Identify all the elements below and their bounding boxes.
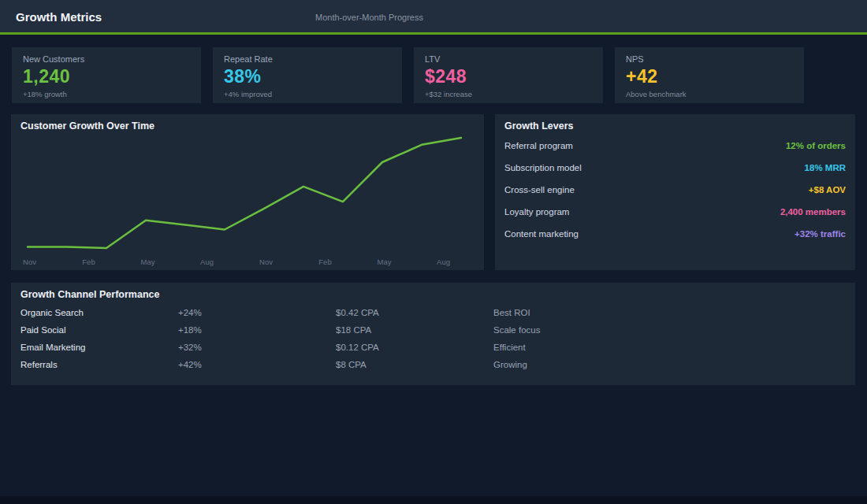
lever-label: Subscription model bbox=[504, 163, 582, 172]
line-chart bbox=[11, 114, 484, 270]
page-title: Growth Metrics bbox=[16, 0, 102, 35]
kpi-label: New Customers bbox=[23, 54, 190, 64]
kpi-label: Repeat Rate bbox=[224, 54, 391, 64]
kpi-card-ltv: LTV$248+$32 increase bbox=[414, 47, 603, 103]
kpi-value: 38% bbox=[224, 66, 391, 87]
lever-row: Subscription model18% MRR bbox=[504, 157, 846, 179]
channel-performance-card: Growth Channel Performance Organic Searc… bbox=[11, 283, 855, 385]
lever-value: +$8 AOV bbox=[809, 185, 846, 195]
customer-growth-chart-card: Customer Growth Over Time NovFebMayAugNo… bbox=[11, 114, 484, 270]
lever-label: Loyalty program bbox=[504, 207, 569, 217]
table-row: Organic Search+24%$0.42 CPABest ROI bbox=[20, 304, 846, 321]
kpi-card-new-customers: New Customers1,240+18% growth bbox=[12, 47, 201, 103]
lever-value: 2,400 members bbox=[780, 207, 846, 217]
page-subtitle: Month-over-Month Progress bbox=[315, 0, 423, 35]
growth-levers-card: Growth Levers Referral program12% of ord… bbox=[495, 114, 855, 270]
kpi-card-nps: NPS+42Above benchmark bbox=[615, 47, 804, 103]
lever-label: Cross-sell engine bbox=[504, 185, 575, 195]
levers-title: Growth Levers bbox=[504, 120, 574, 132]
lever-value: 12% of orders bbox=[786, 141, 846, 150]
table-row: Referrals+42%$8 CPAGrowing bbox=[20, 356, 846, 373]
kpi-label: LTV bbox=[425, 54, 592, 64]
x-tick-label: Nov bbox=[259, 258, 273, 266]
channel-note: Efficient bbox=[493, 343, 846, 352]
lever-value: 18% MRR bbox=[805, 163, 846, 172]
footer-strip bbox=[0, 496, 867, 504]
channel-table: Organic Search+24%$0.42 CPABest ROIPaid … bbox=[20, 304, 846, 373]
lever-label: Content marketing bbox=[504, 229, 579, 239]
table-row: Paid Social+18%$18 CPAScale focus bbox=[20, 321, 846, 339]
channel-growth: +18% bbox=[178, 325, 336, 335]
kpi-value: 1,240 bbox=[23, 66, 190, 87]
kpi-value: +42 bbox=[626, 66, 793, 87]
channel-growth: +42% bbox=[178, 360, 336, 369]
channel-name: Email Marketing bbox=[20, 343, 178, 352]
growth-line-series bbox=[28, 138, 461, 248]
lever-row: Cross-sell engine+$8 AOV bbox=[504, 179, 846, 201]
channel-note: Best ROI bbox=[493, 308, 846, 317]
lever-value: +32% traffic bbox=[794, 229, 846, 239]
kpi-sub: +4% improved bbox=[224, 90, 391, 98]
lever-label: Referral program bbox=[504, 141, 573, 150]
lever-row: Content marketing+32% traffic bbox=[504, 223, 846, 245]
channel-name: Organic Search bbox=[20, 308, 178, 317]
kpi-sub: Above benchmark bbox=[626, 90, 793, 98]
lever-row: Loyalty program2,400 members bbox=[504, 201, 846, 223]
channel-cpa: $0.12 CPA bbox=[336, 343, 493, 352]
x-tick-label: Aug bbox=[200, 258, 214, 266]
x-tick-label: May bbox=[141, 258, 155, 266]
channel-growth: +24% bbox=[178, 308, 336, 317]
levers-list: Referral program12% of ordersSubscriptio… bbox=[504, 135, 846, 245]
chart-title: Customer Growth Over Time bbox=[20, 120, 154, 132]
kpi-label: NPS bbox=[626, 54, 793, 64]
x-tick-label: Feb bbox=[318, 258, 331, 266]
channel-growth: +32% bbox=[178, 343, 336, 352]
x-tick-label: May bbox=[378, 258, 392, 266]
channel-cpa: $18 CPA bbox=[336, 325, 493, 335]
kpi-sub: +$32 increase bbox=[425, 90, 592, 98]
kpi-card-repeat-rate: Repeat Rate38%+4% improved bbox=[213, 47, 402, 103]
channel-name: Paid Social bbox=[20, 325, 178, 335]
x-tick-label: Aug bbox=[437, 258, 450, 266]
kpi-sub: +18% growth bbox=[23, 90, 190, 98]
channel-name: Referrals bbox=[20, 360, 178, 369]
x-tick-label: Feb bbox=[82, 258, 95, 266]
dashboard: Growth Metrics Month-over-Month Progress… bbox=[0, 0, 867, 504]
table-title: Growth Channel Performance bbox=[20, 289, 159, 300]
header-bar: Growth Metrics Month-over-Month Progress bbox=[0, 0, 867, 35]
channel-note: Growing bbox=[493, 360, 846, 369]
channel-note: Scale focus bbox=[493, 325, 846, 335]
lever-row: Referral program12% of orders bbox=[504, 135, 846, 157]
channel-cpa: $0.42 CPA bbox=[336, 308, 493, 317]
kpi-value: $248 bbox=[425, 66, 592, 87]
table-row: Email Marketing+32%$0.12 CPAEfficient bbox=[20, 339, 846, 356]
channel-cpa: $8 CPA bbox=[336, 360, 493, 369]
x-tick-label: Nov bbox=[23, 258, 36, 266]
